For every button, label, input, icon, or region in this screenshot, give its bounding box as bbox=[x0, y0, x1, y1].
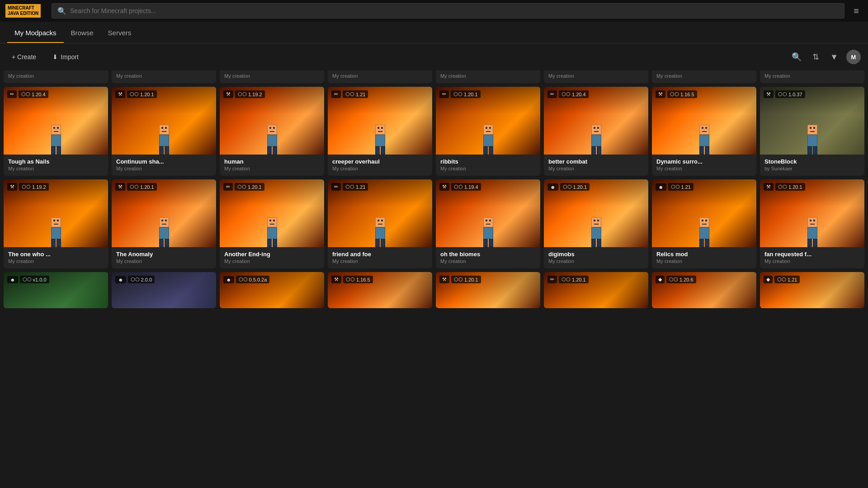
modpack-card[interactable]: ☻ ⬡⬡ 1.21 Relics mod My creation bbox=[652, 179, 756, 268]
card-image: ⚒ ⬡⬡ 1.20.1 bbox=[112, 87, 216, 155]
modpack-card[interactable]: ⚒ ⬡⬡ 1.16.5 Dynamic surro... My creation bbox=[652, 87, 756, 176]
card-title: digimobs bbox=[548, 251, 644, 258]
version-badge: ⬡⬡ 1.20.4 bbox=[19, 90, 48, 98]
filter-button[interactable]: ▼ bbox=[827, 51, 841, 64]
modpack-card[interactable]: ✏ ⬡⬡ 1.20.1 Another End-ing My creation bbox=[220, 179, 324, 268]
version-text: 1.19.2 bbox=[32, 184, 46, 190]
create-button[interactable]: + Create bbox=[7, 51, 41, 63]
menu-icon[interactable]: ≡ bbox=[850, 4, 863, 18]
modpack-card[interactable]: ⚒ ⬡⬡ 1.20.1 fan requested f... My creati… bbox=[760, 179, 864, 268]
partial-top-card[interactable]: My creation bbox=[652, 70, 756, 83]
card-subtitle: My creation bbox=[224, 166, 320, 171]
version-icon: ⬡⬡ bbox=[777, 277, 786, 282]
modpack-card[interactable]: ✏ ⬡⬡ 1.20.4 better combat My creation bbox=[544, 87, 648, 176]
row1-grid: ✏ ⬡⬡ 1.20.4 Tough as Nails My creation bbox=[4, 87, 864, 176]
modpack-card-partial[interactable]: ☻ ⬡⬡ 2.0.0 bbox=[112, 272, 216, 308]
version-badge: ⬡⬡ 1.20.4 bbox=[559, 90, 589, 98]
card-subtitle: My creation bbox=[8, 166, 104, 171]
version-text: 1.16.5 bbox=[680, 92, 694, 97]
card-badges: ✏ ⬡⬡ 1.20.1 bbox=[547, 276, 589, 283]
import-button[interactable]: ⬇ Import bbox=[48, 51, 83, 63]
partial-top-card[interactable]: My creation bbox=[760, 70, 864, 83]
modpack-card[interactable]: ⚒ ⬡⬡ 1.0.37 StoneBlock by Sunekaer bbox=[760, 87, 864, 176]
avatar[interactable]: M bbox=[846, 50, 861, 64]
type-badge: ⚒ bbox=[223, 90, 233, 98]
card-subtitle: My creation bbox=[548, 73, 644, 79]
card-image: ✏ ⬡⬡ 1.21 bbox=[328, 179, 432, 247]
card-image-partial: ✏ ⬡⬡ 1.20.1 bbox=[544, 272, 648, 308]
version-text: 1.20.1 bbox=[248, 184, 262, 190]
type-badge: ⚒ bbox=[115, 90, 125, 98]
modpack-card-partial[interactable]: ⚒ ⬡⬡ 1.20.1 bbox=[436, 272, 540, 308]
card-subtitle: My creation bbox=[656, 73, 752, 79]
partial-top-card[interactable]: My creation bbox=[112, 70, 216, 83]
card-badges: ⚒ ⬡⬡ 1.0.37 bbox=[764, 90, 805, 98]
version-icon: ⬡⬡ bbox=[21, 91, 30, 97]
card-image-partial: ⚒ ⬡⬡ 1.20.1 bbox=[436, 272, 540, 308]
partial-top-card[interactable]: My creation bbox=[436, 70, 540, 83]
modpack-card[interactable]: ✏ ⬡⬡ 1.20.1 ribbits My creation bbox=[436, 87, 540, 176]
card-badges: ⚒ ⬡⬡ 1.19.4 bbox=[439, 183, 481, 191]
partial-top-card[interactable]: My creation bbox=[544, 70, 648, 83]
modpack-card-partial[interactable]: ☻ ⬡⬡ v1.0.0 bbox=[4, 272, 108, 308]
modpack-card[interactable]: ⚒ ⬡⬡ 1.20.1 Continuum sha... My creation bbox=[112, 87, 216, 176]
search-toggle-button[interactable]: 🔍 bbox=[789, 50, 804, 64]
type-badge: ⚒ bbox=[764, 90, 774, 98]
modpack-card[interactable]: ✏ ⬡⬡ 1.21 friend and foe My creation bbox=[328, 179, 432, 268]
search-bar[interactable]: 🔍 bbox=[52, 3, 844, 19]
import-icon: ⬇ bbox=[52, 53, 58, 61]
tab-servers[interactable]: Servers bbox=[101, 23, 139, 43]
type-badge: ◆ bbox=[764, 276, 773, 283]
version-icon: ⬡⬡ bbox=[238, 91, 247, 97]
partial-top-card[interactable]: My creation bbox=[220, 70, 324, 83]
modpack-card-partial[interactable]: ◆ ⬡⬡ 1.20.6 bbox=[652, 272, 756, 308]
partial-top-card[interactable]: My creation bbox=[4, 70, 108, 83]
type-badge: ⚒ bbox=[439, 276, 449, 283]
modpack-card-partial[interactable]: ⚒ ⬡⬡ 1.16.5 bbox=[328, 272, 432, 308]
version-text: 1.19.2 bbox=[248, 92, 262, 97]
tab-my-modpacks[interactable]: My Modpacks bbox=[7, 23, 64, 43]
version-text: v1.0.0 bbox=[33, 277, 47, 282]
version-icon: ⬡⬡ bbox=[563, 184, 572, 190]
type-icon: ⚒ bbox=[442, 277, 447, 282]
card-info: Relics mod My creation bbox=[652, 247, 756, 268]
card-badges: ⚒ ⬡⬡ 1.19.2 bbox=[7, 183, 49, 191]
tab-browse[interactable]: Browse bbox=[64, 23, 101, 43]
card-subtitle: My creation bbox=[440, 73, 536, 79]
sort-button[interactable]: ⇅ bbox=[810, 50, 822, 64]
version-text: 1.21 bbox=[356, 92, 365, 97]
version-icon: ⬡⬡ bbox=[130, 184, 139, 190]
modpack-card[interactable]: ⚒ ⬡⬡ 1.19.4 oh the biomes My creation bbox=[436, 179, 540, 268]
type-icon: ⚒ bbox=[334, 277, 339, 282]
card-image-partial: ☻ ⬡⬡ v1.0.0 bbox=[4, 272, 108, 308]
modpack-card-partial[interactable]: ✏ ⬡⬡ 1.20.1 bbox=[544, 272, 648, 308]
version-badge: ⬡⬡ 1.0.37 bbox=[775, 90, 805, 98]
modpack-card[interactable]: ✏ ⬡⬡ 1.20.4 Tough as Nails My creation bbox=[4, 87, 108, 176]
card-subtitle: My creation bbox=[764, 73, 860, 79]
version-badge: ⬡⬡ 1.20.6 bbox=[666, 276, 696, 283]
card-info: digimobs My creation bbox=[544, 247, 648, 268]
search-input[interactable] bbox=[70, 7, 839, 14]
card-info: fan requested f... My creation bbox=[760, 247, 864, 268]
version-badge: ⬡⬡ 1.20.1 bbox=[235, 183, 264, 191]
card-badges: ✏ ⬡⬡ 1.20.1 bbox=[223, 183, 264, 191]
card-badges: ✏ ⬡⬡ 1.20.4 bbox=[7, 90, 48, 98]
version-text: 1.0.37 bbox=[788, 92, 802, 97]
modpack-card[interactable]: ⚒ ⬡⬡ 1.20.1 The Anomaly My creation bbox=[112, 179, 216, 268]
partial-top-card[interactable]: My creation bbox=[328, 70, 432, 83]
card-image-partial: ☻ ⬡⬡ 2.0.0 bbox=[112, 272, 216, 308]
card-info: better combat My creation bbox=[544, 155, 648, 176]
card-subtitle: My creation bbox=[440, 258, 536, 264]
modpack-card[interactable]: ☻ ⬡⬡ 1.20.1 digimobs My creation bbox=[544, 179, 648, 268]
modpack-card[interactable]: ⚒ ⬡⬡ 1.19.2 human My creation bbox=[220, 87, 324, 176]
version-icon: ⬡⬡ bbox=[671, 184, 680, 190]
modpack-card-partial[interactable]: ◆ ⬡⬡ 1.21 bbox=[760, 272, 864, 308]
card-title: The one who ... bbox=[8, 251, 104, 258]
card-badges: ☻ ⬡⬡ 2.0.0 bbox=[115, 276, 155, 283]
modpack-card[interactable]: ✏ ⬡⬡ 1.21 creeper overhaul My creation bbox=[328, 87, 432, 176]
version-text: 1.21 bbox=[681, 184, 691, 190]
version-badge: ⬡⬡ 1.21 bbox=[774, 276, 800, 283]
modpack-card-partial[interactable]: ☻ ⬡⬡ 0.5.0.2a bbox=[220, 272, 324, 308]
modpack-card[interactable]: ⚒ ⬡⬡ 1.19.2 The one who ... My creation bbox=[4, 179, 108, 268]
version-text: 1.21 bbox=[788, 277, 797, 282]
